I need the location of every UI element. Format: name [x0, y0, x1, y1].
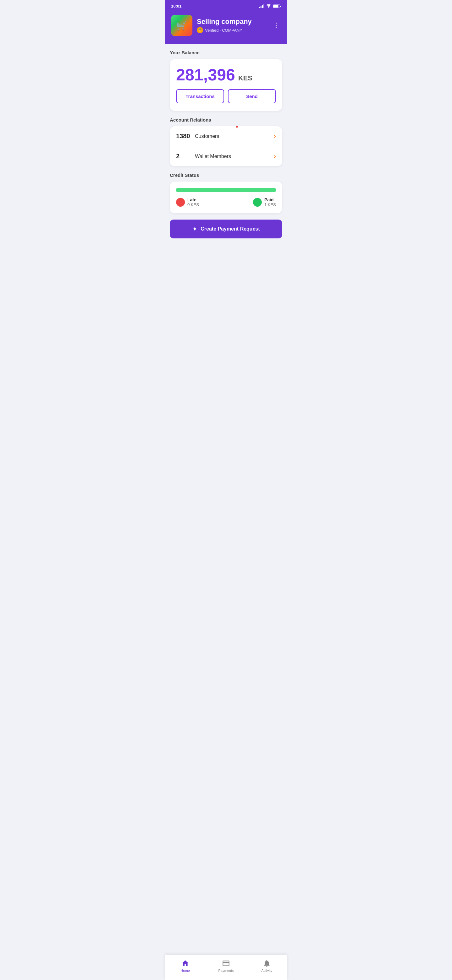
header-subtitle: 🏅 Verified · COMPANY	[197, 27, 252, 33]
svg-rect-1	[260, 6, 262, 8]
wallet-members-chevron-icon: ›	[274, 153, 276, 159]
battery-icon	[273, 5, 281, 8]
activity-nav-label: Activity	[262, 969, 273, 972]
nav-item-home[interactable]: Home	[165, 958, 206, 974]
home-icon	[181, 959, 189, 967]
bottom-nav: Home Payments Activity	[165, 955, 287, 980]
avatar	[171, 15, 192, 36]
transactions-button[interactable]: Transactions	[176, 89, 224, 103]
avatar-image	[171, 15, 192, 36]
status-icons	[259, 5, 281, 8]
create-payment-button[interactable]: ✦ Create Payment Request	[170, 220, 282, 239]
svg-rect-6	[280, 6, 281, 7]
credit-status-row: Late 0 KES Paid 1 KES	[176, 197, 276, 207]
paid-value: 1 KES	[264, 202, 276, 207]
credit-bar-fill	[176, 188, 276, 192]
late-label: Late	[187, 197, 199, 202]
verified-badge: 🏅	[197, 27, 203, 33]
activity-icon	[263, 959, 271, 967]
wallet-members-label: Wallet Members	[195, 154, 274, 159]
paid-label: Paid	[264, 197, 276, 202]
late-status-info: Late 0 KES	[187, 197, 199, 207]
more-button[interactable]: ⋮	[271, 20, 281, 31]
svg-rect-2	[262, 5, 263, 8]
send-button[interactable]: Send	[228, 89, 276, 103]
create-payment-label: Create Payment Request	[201, 226, 260, 232]
nav-item-payments[interactable]: Payments	[206, 958, 246, 974]
customers-count: 1380	[176, 132, 195, 140]
customers-chevron-icon: ›	[274, 133, 276, 140]
credit-status-label: Credit Status	[170, 172, 282, 178]
svg-rect-5	[273, 5, 278, 8]
verified-label: Verified · COMPANY	[205, 28, 242, 33]
credit-status-card: Late 0 KES Paid 1 KES	[170, 181, 282, 213]
main-content: Your Balance 281,396 KES Transactions Se…	[165, 44, 287, 273]
balance-currency: KES	[238, 74, 252, 82]
home-nav-label: Home	[181, 969, 190, 972]
customers-relation-item[interactable]: 1380 Customers ›	[170, 126, 282, 146]
status-bar: 10:01	[165, 0, 287, 11]
late-status-item: Late 0 KES	[176, 197, 199, 207]
plus-icon: ✦	[192, 225, 197, 233]
credit-bar-container	[176, 188, 276, 192]
header-info: Selling company 🏅 Verified · COMPANY	[197, 18, 252, 33]
payments-icon	[222, 959, 230, 967]
account-relations-label: Account Relations	[170, 117, 282, 123]
paid-status-dot	[253, 198, 262, 207]
wallet-members-count: 2	[176, 153, 195, 160]
wallet-members-relation-item[interactable]: 2 Wallet Members ›	[170, 146, 282, 166]
svg-rect-0	[259, 7, 260, 8]
svg-rect-3	[263, 5, 264, 8]
header-left: Selling company 🏅 Verified · COMPANY	[171, 15, 252, 36]
company-name: Selling company	[197, 18, 252, 26]
nav-item-activity[interactable]: Activity	[246, 958, 287, 974]
paid-status-item: Paid 1 KES	[253, 197, 276, 207]
payments-nav-label: Payments	[219, 969, 234, 972]
balance-section-label: Your Balance	[170, 50, 282, 55]
balance-card: 281,396 KES Transactions Send	[170, 59, 282, 111]
status-time: 10:01	[171, 4, 181, 8]
wifi-icon	[266, 5, 271, 8]
late-value: 0 KES	[187, 202, 199, 207]
balance-amount-row: 281,396 KES	[176, 67, 276, 83]
late-status-dot	[176, 198, 185, 207]
signal-icon	[259, 5, 264, 8]
balance-actions: Transactions Send	[176, 89, 276, 103]
account-relations-card: 1380 Customers › 2 Wallet Members ›	[170, 126, 282, 166]
balance-amount: 281,396	[176, 67, 235, 83]
header: Selling company 🏅 Verified · COMPANY ⋮	[165, 11, 287, 44]
paid-status-info: Paid 1 KES	[264, 197, 276, 207]
customers-label: Customers	[195, 134, 274, 139]
